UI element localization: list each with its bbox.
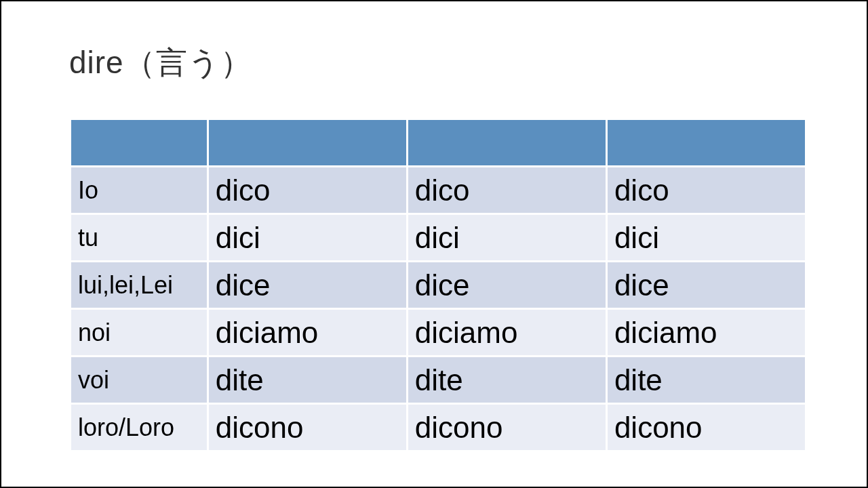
conjugation-cell: dici (606, 214, 806, 262)
header-cell (606, 119, 806, 167)
conjugation-cell: dice (208, 262, 407, 309)
conjugation-cell: dico (208, 167, 407, 214)
header-cell (407, 119, 606, 167)
conjugation-table: Io dico dico dico tu dici dici dici lui,… (69, 118, 807, 452)
table-header-row (71, 119, 806, 167)
pronoun-cell: noi (71, 309, 208, 357)
table-row: noi diciamo diciamo diciamo (71, 309, 806, 357)
slide: dire（言う） Io dico dico dico tu dici dici … (1, 1, 867, 479)
pronoun-cell: lui,lei,Lei (71, 262, 208, 309)
conjugation-cell: dice (606, 262, 806, 309)
conjugation-cell: dici (208, 214, 407, 262)
conjugation-cell: dici (407, 214, 606, 262)
pronoun-cell: loro/Loro (71, 404, 208, 451)
table-row: Io dico dico dico (71, 167, 806, 214)
table-row: voi dite dite dite (71, 357, 806, 404)
table-row: loro/Loro dicono dicono dicono (71, 404, 806, 451)
page-title: dire（言う） (69, 42, 806, 84)
pronoun-cell: tu (71, 214, 208, 262)
conjugation-cell: diciamo (606, 309, 806, 357)
conjugation-cell: dicono (606, 404, 806, 451)
conjugation-cell: dicono (407, 404, 606, 451)
conjugation-cell: dite (407, 357, 606, 404)
pronoun-cell: voi (71, 357, 208, 404)
table-row: tu dici dici dici (71, 214, 806, 262)
conjugation-cell: dice (407, 262, 606, 309)
conjugation-cell: dite (208, 357, 407, 404)
conjugation-cell: dico (407, 167, 606, 214)
conjugation-cell: dite (606, 357, 806, 404)
conjugation-cell: diciamo (407, 309, 606, 357)
pronoun-cell: Io (71, 167, 208, 214)
conjugation-cell: dico (606, 167, 806, 214)
table-row: lui,lei,Lei dice dice dice (71, 262, 806, 309)
conjugation-cell: dicono (208, 404, 407, 451)
header-cell (71, 119, 208, 167)
header-cell (208, 119, 407, 167)
conjugation-cell: diciamo (208, 309, 407, 357)
